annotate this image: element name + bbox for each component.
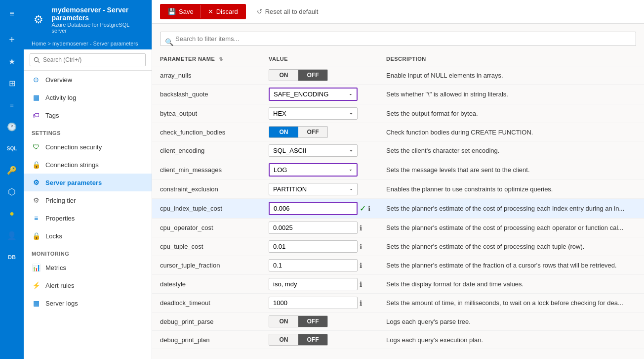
param-name-cell: cursor_tuple_fraction [152, 256, 261, 275]
clock-icon[interactable]: 🕐 [0, 117, 24, 136]
save-icon: 💾 [168, 8, 176, 15]
param-value-cell[interactable]: ℹ [261, 294, 378, 313]
table-row: cpu_index_tuple_cost✓ℹSets the planner's… [152, 199, 644, 219]
param-select[interactable]: SAFE_ENCODING [269, 88, 358, 101]
param-value-cell[interactable]: ℹ [261, 237, 378, 256]
param-value-cell[interactable]: ℹ [261, 275, 378, 294]
toggle-on-button[interactable]: ON [269, 316, 298, 327]
toggle-off-button[interactable]: OFF [298, 334, 327, 345]
save-discard-group: 💾 Save ✕ Discard [160, 4, 246, 19]
sidebar-item-connection-strings[interactable]: 🔒 Connection strings [24, 156, 152, 174]
param-value-cell[interactable]: LOG [261, 160, 378, 180]
add-icon[interactable]: + [0, 30, 24, 49]
param-input[interactable] [269, 259, 358, 271]
param-value-cell[interactable]: PARTITION [261, 180, 378, 199]
param-description-cell: Enables the planner to use constraints t… [378, 180, 644, 199]
circle-icon[interactable]: ● [0, 204, 24, 224]
info-icon[interactable]: ℹ [368, 205, 370, 213]
param-description-cell: Sets the planner's estimate of the fract… [378, 256, 644, 275]
param-value-cell[interactable]: HEX [261, 104, 378, 123]
param-select[interactable]: LOG [269, 163, 358, 177]
info-icon[interactable]: ℹ [360, 243, 362, 251]
param-input[interactable] [269, 222, 358, 234]
search-input[interactable] [30, 53, 146, 66]
param-input[interactable] [269, 278, 358, 290]
param-value-cell[interactable]: ONOFF [261, 331, 378, 349]
param-description-cell: Sets the amount of time, in milliseconds… [378, 294, 644, 313]
sidebar-item-server-logs[interactable]: ▦ Server logs [24, 294, 152, 312]
key-icon[interactable]: 🔑 [0, 160, 24, 180]
param-name-cell: deadlock_timeout [152, 294, 261, 313]
settings-section-label: SETTINGS [24, 124, 152, 138]
param-input[interactable] [269, 240, 358, 253]
sql-icon[interactable]: SQL [0, 138, 24, 158]
discard-label: Discard [216, 8, 238, 15]
param-name-cell: client_encoding [152, 141, 261, 160]
sidebar-item-label: Tags [45, 112, 59, 119]
sidebar-item-label: Metrics [45, 264, 66, 271]
properties-icon: ≡ [32, 214, 40, 223]
param-value-cell[interactable]: SQL_ASCII [261, 141, 378, 160]
param-description-cell: Sets the message levels that are sent to… [378, 160, 644, 180]
db-icon[interactable]: DB [0, 247, 24, 267]
param-value-cell[interactable]: ONOFF [261, 313, 378, 331]
user-icon[interactable]: 👤 [0, 225, 24, 245]
sidebar-item-locks[interactable]: 🔒 Locks [24, 227, 152, 245]
param-input[interactable] [269, 202, 358, 215]
sidebar-item-tags[interactable]: 🏷 Tags [24, 106, 152, 124]
info-icon[interactable]: ℹ [360, 280, 362, 288]
param-description-cell: Sets whether "\" is allowed in string li… [378, 85, 644, 104]
filter-input[interactable] [160, 32, 636, 46]
menu-icon[interactable]: ≡ [0, 95, 24, 115]
save-button[interactable]: 💾 Save [161, 5, 201, 18]
toggle-group: ONOFF [269, 126, 328, 138]
toggle-off-button[interactable]: OFF [298, 127, 327, 137]
info-icon[interactable]: ℹ [360, 299, 362, 307]
toggle-off-button[interactable]: OFF [298, 70, 327, 81]
sidebar-item-connection-security[interactable]: 🛡 Connection security [24, 138, 152, 156]
param-input[interactable] [269, 297, 358, 309]
info-icon[interactable]: ℹ [360, 224, 362, 232]
toggle-on-button[interactable]: ON [269, 127, 298, 137]
sidebar-nav: ⊙ Overview ▦ Activity log 🏷 Tags SETTING… [24, 71, 152, 359]
sidebar-item-alert-rules[interactable]: ⚡ Alert rules [24, 276, 152, 294]
sort-icon[interactable]: ⇅ [219, 56, 223, 62]
param-value-cell[interactable]: SAFE_ENCODING [261, 85, 378, 104]
dashboard-icon[interactable]: ⊞ [0, 73, 24, 93]
discard-button[interactable]: ✕ Discard [201, 5, 245, 18]
param-value-cell[interactable]: ONOFF [261, 123, 378, 141]
sidebar-item-pricing-tier[interactable]: ⚙ Pricing tier [24, 191, 152, 209]
param-select[interactable]: HEX [269, 107, 358, 120]
toggle-group: ONOFF [269, 315, 328, 327]
hamburger-icon[interactable]: ≡ [0, 4, 24, 24]
param-name-cell: array_nulls [152, 66, 261, 85]
info-icon[interactable]: ℹ [360, 262, 362, 269]
param-value-cell[interactable]: ℹ [261, 256, 378, 275]
param-select[interactable]: SQL_ASCII [269, 144, 358, 157]
hex-icon[interactable]: ⬡ [0, 182, 24, 202]
sidebar-item-server-parameters[interactable]: ⚙ Server parameters [24, 174, 152, 191]
sidebar-item-properties[interactable]: ≡ Properties [24, 209, 152, 227]
param-description-cell: Sets the planner's estimate of the cost … [378, 237, 644, 256]
reset-label: Reset all to default [265, 8, 319, 15]
favorites-icon[interactable]: ★ [0, 51, 24, 71]
table-row: cursor_tuple_fractionℹSets the planner's… [152, 256, 644, 275]
col-header-description: DESCRIPTION [378, 52, 644, 66]
reset-button[interactable]: ↺ Reset all to default [250, 5, 325, 18]
param-name-cell: datestyle [152, 275, 261, 294]
toggle-off-button[interactable]: OFF [298, 316, 327, 327]
param-value-cell[interactable]: ONOFF [261, 66, 378, 85]
param-value-cell[interactable]: ✓ℹ [261, 199, 378, 219]
param-name-cell: debug_print_parse [152, 313, 261, 331]
server-gear-icon: ⚙ [32, 11, 46, 29]
table-row: constraint_exclusionPARTITIONEnables the… [152, 180, 644, 199]
toggle-on-button[interactable]: ON [269, 70, 298, 81]
param-value-cell[interactable]: ℹ [261, 219, 378, 237]
sidebar-item-label: Pricing tier [45, 197, 76, 204]
sidebar-item-metrics[interactable]: 📊 Metrics [24, 259, 152, 276]
sidebar-item-overview[interactable]: ⊙ Overview [24, 71, 152, 89]
param-select[interactable]: PARTITION [269, 183, 358, 195]
toggle-on-button[interactable]: ON [269, 334, 298, 345]
table-row: datestyleℹSets the display format for da… [152, 275, 644, 294]
sidebar-item-activity-log[interactable]: ▦ Activity log [24, 89, 152, 106]
